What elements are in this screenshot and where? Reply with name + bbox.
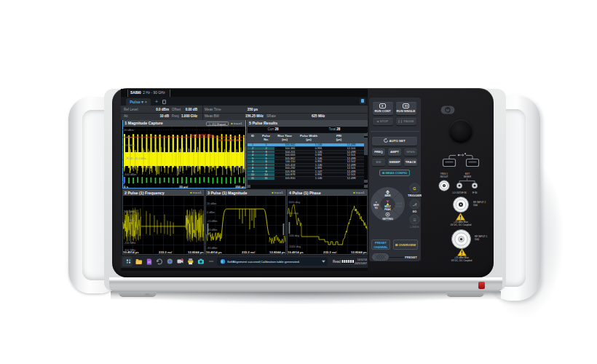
- svg-text:-200 MHz: -200 MHz: [124, 242, 136, 245]
- svg-text:-40 dBm: -40 dBm: [207, 229, 217, 232]
- svg-text:500 deg: 500 deg: [288, 212, 298, 215]
- svg-text:1000 deg: 1000 deg: [288, 201, 300, 204]
- svg-text:LO OUT/IF IN: LO OUT/IF IN: [452, 191, 466, 194]
- svg-text:IF IN: IF IN: [473, 191, 478, 194]
- svg-text:-100 dBm: -100 dBm: [124, 173, 137, 176]
- svg-text:Ref 5.10367 dBm: Ref 5.10367 dBm: [190, 132, 213, 136]
- svg-text:M1 -45.3 dBm: M1 -45.3 dBm: [130, 157, 146, 159]
- svg-text:PEAK: PEAK: [384, 208, 392, 211]
- svg-text:SETTING: SETTING: [382, 218, 393, 221]
- svg-text:-20 dBm: -20 dBm: [124, 143, 135, 146]
- svg-text:350 µs: 350 µs: [235, 185, 245, 189]
- svg-text:⎇: ⎇: [412, 202, 417, 207]
- svg-text:-1000 deg: -1000 deg: [288, 245, 301, 248]
- svg-text:D4: 5.34455 dBm: D4: 5.34455 dBm: [218, 138, 242, 141]
- svg-text:TO: TO: [374, 207, 378, 210]
- svg-text:0 s: 0 s: [124, 185, 129, 189]
- svg-text:G: G: [413, 186, 416, 191]
- svg-text:i: i: [221, 260, 222, 264]
- svg-text:0 dBm: 0 dBm: [207, 211, 215, 214]
- svg-text:200 MHz: 200 MHz: [124, 219, 135, 222]
- svg-text:20 dBm: 20 dBm: [124, 128, 134, 132]
- svg-text:20 dBm: 20 dBm: [207, 202, 216, 205]
- svg-text:2025/10/07: 2025/10/07: [355, 262, 367, 265]
- svg-text:-500 deg: -500 deg: [288, 234, 299, 237]
- svg-text:0 dBm: 0 dBm: [124, 135, 133, 139]
- svg-text:-20 dBm: -20 dBm: [207, 220, 217, 223]
- svg-text:-80 dBm: -80 dBm: [207, 247, 217, 250]
- svg-text:MKR: MKR: [384, 194, 391, 197]
- svg-text:14:52:53: 14:52:53: [357, 258, 367, 261]
- svg-text:SelfAlignment succeed;Calibrat: SelfAlignment succeed;Calibration table …: [227, 260, 300, 264]
- svg-text:35 µs/: 35 µs/: [179, 185, 189, 189]
- svg-text:FUNC: FUNC: [396, 205, 403, 208]
- svg-text:300 MHz: 300 MHz: [124, 210, 135, 213]
